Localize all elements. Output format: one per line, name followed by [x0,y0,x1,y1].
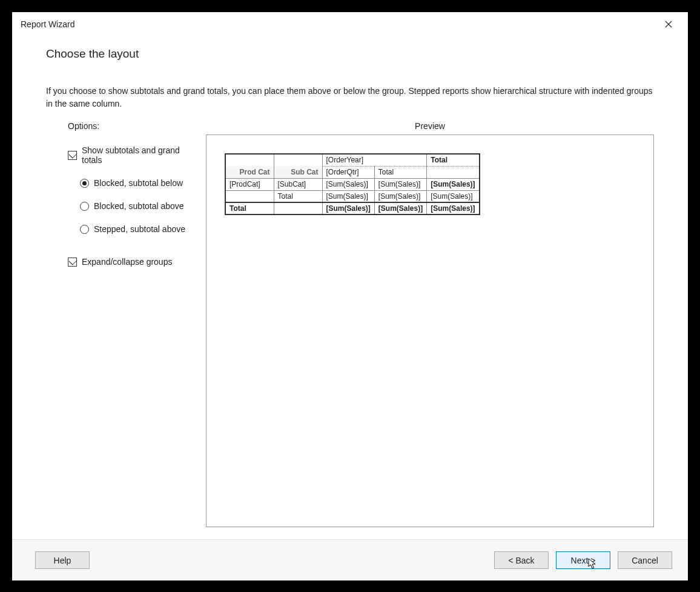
options-label: Options: [46,121,197,131]
next-button[interactable]: Next > [556,551,610,569]
cell-prodcat: [ProdCat] [225,178,274,190]
cell-prodcat-head: Prod Cat [225,166,274,178]
dialog-title: Report Wizard [21,19,74,29]
cell-sum6: [Sum(Sales)] [427,190,480,202]
radio-blocked-above[interactable] [80,202,89,211]
table-row-grandtotal: Total [Sum(Sales)] [Sum(Sales)] [Sum(Sal… [225,202,480,215]
report-wizard-dialog: Report Wizard Choose the layout If you c… [12,12,688,580]
titlebar: Report Wizard [12,12,688,36]
cell-sum1: [Sum(Sales)] [322,178,374,190]
cancel-button[interactable]: Cancel [618,551,672,569]
radio-stepped-above-row[interactable]: Stepped, subtotal above [80,224,197,234]
table-row: Total [Sum(Sales)] [Sum(Sales)] [Sum(Sal… [225,190,480,202]
cell-total-inner: Total [374,166,426,178]
back-button[interactable]: < Back [494,551,549,569]
show-subtotals-checkbox[interactable] [68,151,77,160]
page-description: If you choose to show subtotals and gran… [46,85,654,110]
help-button[interactable]: Help [35,551,90,569]
next-button-label: Next > [571,556,596,565]
preview-label: Preview [206,121,654,131]
cell-subcat-head: Sub Cat [274,166,322,178]
show-subtotals-label: Show subtotals and grand totals [82,145,197,165]
dialog-footer: Help < Back Next > Cancel [12,539,688,580]
radio-stepped-above[interactable] [80,225,89,234]
expand-collapse-checkbox[interactable] [68,258,77,267]
radio-blocked-below-label: Blocked, subtotal below [94,178,183,188]
radio-blocked-above-row[interactable]: Blocked, subtotal above [80,201,197,211]
preview-panel: Preview [OrderYear] Total Prod Cat [206,121,654,527]
close-icon [665,21,672,28]
cell-total-col: Total [427,154,480,166]
cell-sum9: [Sum(Sales)] [427,202,480,215]
radio-stepped-above-label: Stepped, subtotal above [94,224,185,234]
cell-grandtotal-label: Total [225,202,274,215]
cell-orderyear: [OrderYear] [322,154,427,166]
radio-blocked-below[interactable] [80,179,89,188]
table-row: [OrderYear] Total [225,154,480,166]
cell-subcat: [SubCat] [274,178,322,190]
cell-sum3: [Sum(Sales)] [427,178,480,190]
preview-box: [OrderYear] Total Prod Cat Sub Cat [Orde… [206,135,654,527]
dialog-content: Choose the layout If you choose to show … [12,36,688,539]
table-row: [ProdCat] [SubCat] [Sum(Sales)] [Sum(Sal… [225,178,480,190]
expand-collapse-label: Expand/collapse groups [82,257,172,267]
cell-sum8: [Sum(Sales)] [374,202,426,215]
cell-sum7: [Sum(Sales)] [322,202,374,215]
preview-table: [OrderYear] Total Prod Cat Sub Cat [Orde… [225,153,480,215]
radio-blocked-below-row[interactable]: Blocked, subtotal below [80,178,197,188]
page-heading: Choose the layout [46,47,654,61]
close-button[interactable] [656,15,681,33]
table-row: Prod Cat Sub Cat [OrderQtr] Total [225,166,480,178]
expand-collapse-checkbox-row[interactable]: Expand/collapse groups [68,257,197,267]
cell-sum2: [Sum(Sales)] [374,178,426,190]
radio-blocked-above-label: Blocked, subtotal above [94,201,184,211]
cell-sum4: [Sum(Sales)] [322,190,374,202]
cell-subtotal-label: Total [274,190,322,202]
show-subtotals-checkbox-row[interactable]: Show subtotals and grand totals [68,145,197,165]
options-panel: Options: Show subtotals and grand totals… [46,121,203,527]
cell-orderqtr: [OrderQtr] [322,166,374,178]
cell-sum5: [Sum(Sales)] [374,190,426,202]
